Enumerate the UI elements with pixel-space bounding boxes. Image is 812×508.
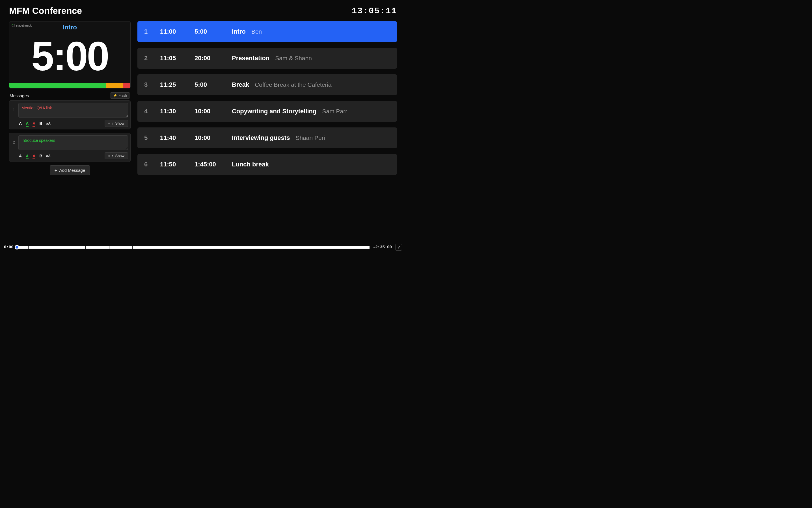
agenda-duration: 1:45:00 <box>195 161 231 168</box>
agenda-duration: 5:00 <box>195 28 231 35</box>
message-input[interactable]: Introduce speakers <box>18 135 128 150</box>
brand-text: stagetimer.io <box>16 24 32 27</box>
agenda-speaker: Shaan Puri <box>296 134 325 141</box>
agenda-row[interactable]: 111:005:00IntroBen <box>138 21 397 42</box>
agenda-start: 11:00 <box>160 28 194 35</box>
timeline-segment[interactable] <box>86 246 109 249</box>
agenda-start: 11:05 <box>160 54 194 62</box>
timer-display: 5:00 <box>9 31 130 83</box>
message-index: 1 <box>9 100 18 119</box>
header: MFM Conference 13:05:11 <box>0 0 406 18</box>
agenda-row[interactable]: 511:4010:00Interviewing guestsShaan Puri <box>138 127 397 148</box>
collapse-icon: ⤢ <box>397 245 400 250</box>
flash-label: Flash <box>119 93 127 97</box>
format-color-green[interactable]: A <box>26 154 29 158</box>
agenda-start: 11:50 <box>160 161 194 168</box>
message-index: 2 <box>9 133 18 151</box>
format-bold[interactable]: B <box>39 121 42 126</box>
agenda-start: 11:30 <box>160 108 194 115</box>
agenda-speaker: Sam & Shann <box>275 55 312 61</box>
agenda-row[interactable]: 411:3010:00Copywriting and StorytellingS… <box>138 101 397 122</box>
message-input[interactable]: Mention Q&A link <box>18 103 128 118</box>
flash-button[interactable]: ⚡ Flash <box>110 92 130 98</box>
timeline-segment[interactable] <box>132 246 370 249</box>
agenda-title: Lunch break <box>232 161 269 168</box>
show-message-button[interactable]: ↑Show <box>105 152 128 159</box>
agenda-number: 3 <box>144 81 159 88</box>
brand-logo: stagetimer.io <box>11 24 32 27</box>
message-card: 1Mention Q&A linkAAABaA↑Show <box>9 100 130 129</box>
format-color-red[interactable]: A <box>33 121 35 126</box>
agenda-number: 5 <box>144 134 159 141</box>
agenda-title: Interviewing guests <box>232 134 290 141</box>
progress-green <box>9 83 106 88</box>
timeline-segment[interactable] <box>29 246 74 249</box>
timeline-elapsed: 0:00 <box>4 245 13 250</box>
agenda-duration: 20:00 <box>195 54 231 62</box>
timeline-segment[interactable] <box>109 246 132 249</box>
format-case[interactable]: aA <box>46 122 51 125</box>
agenda-number: 6 <box>144 161 159 168</box>
format-color-red[interactable]: A <box>33 154 35 158</box>
agenda-number: 1 <box>144 28 159 35</box>
show-label: Show <box>115 121 124 125</box>
agenda-duration: 5:00 <box>195 81 231 88</box>
agenda-list: 111:005:00IntroBen211:0520:00Presentatio… <box>138 21 397 240</box>
show-message-button[interactable]: ↑Show <box>105 120 128 127</box>
timeline-segment[interactable] <box>74 246 86 249</box>
agenda-start: 11:25 <box>160 81 194 88</box>
page-title: MFM Conference <box>9 6 82 16</box>
spinner-icon <box>11 24 15 27</box>
clock: 13:05:11 <box>352 6 397 16</box>
fullscreen-toggle-button[interactable]: ⤢ <box>395 244 402 251</box>
show-label: Show <box>115 154 124 158</box>
timeline-handle[interactable] <box>15 245 19 250</box>
agenda-title: Copywriting and Storytelling <box>232 108 316 115</box>
agenda-row[interactable]: 311:255:00BreakCoffee Break at the Cafet… <box>138 74 397 95</box>
agenda-speaker: Coffee Break at the Cafeteria <box>255 81 332 88</box>
timeline-remaining: -2:35:00 <box>373 245 392 250</box>
arrow-up-icon: ↑ <box>112 154 114 158</box>
agenda-row[interactable]: 211:0520:00PresentationSam & Shann <box>138 48 397 69</box>
agenda-speaker: Ben <box>252 28 262 35</box>
bolt-icon: ⚡ <box>113 93 117 97</box>
timer-progress-bar <box>9 83 130 88</box>
progress-orange <box>106 83 123 88</box>
timer-preview: stagetimer.io Intro 5:00 <box>9 21 130 88</box>
add-message-button[interactable]: + Add Message <box>50 165 90 175</box>
arrow-up-icon: ↑ <box>112 121 114 125</box>
timeline-track[interactable] <box>17 246 370 249</box>
status-dot-icon <box>108 155 110 157</box>
format-case[interactable]: aA <box>46 154 51 158</box>
format-color-white[interactable]: A <box>19 154 22 158</box>
timeline-bar: 0:00 -2:35:00 ⤢ <box>0 241 406 254</box>
agenda-number: 4 <box>144 108 159 115</box>
agenda-start: 11:40 <box>160 134 194 141</box>
agenda-number: 2 <box>144 54 159 62</box>
plus-icon: + <box>54 168 57 173</box>
add-message-label: Add Message <box>60 168 85 173</box>
agenda-duration: 10:00 <box>195 134 231 141</box>
agenda-title: Break <box>232 81 249 88</box>
agenda-title: Intro <box>232 28 246 35</box>
format-color-white[interactable]: A <box>19 121 22 126</box>
agenda-title: Presentation <box>232 54 269 62</box>
format-color-green[interactable]: A <box>26 121 29 126</box>
agenda-speaker: Sam Parr <box>322 108 347 115</box>
message-card: 2Introduce speakersAAABaA↑Show <box>9 133 130 162</box>
format-bold[interactable]: B <box>39 154 42 158</box>
status-dot-icon <box>108 123 110 124</box>
messages-heading: Messages <box>10 93 29 98</box>
agenda-duration: 10:00 <box>195 108 231 115</box>
progress-red <box>123 83 130 88</box>
agenda-row[interactable]: 611:501:45:00Lunch break <box>138 154 397 175</box>
